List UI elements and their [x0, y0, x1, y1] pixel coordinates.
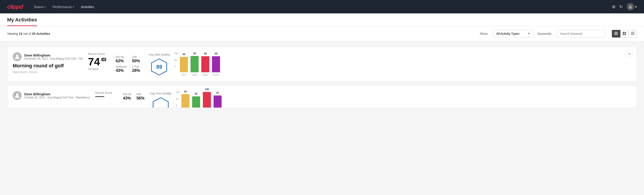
user-date: December 05, 2021 - Gog Magog Golf Club …: [24, 57, 82, 60]
fw-hit-stat: FW Hit 62%: [116, 56, 126, 63]
gir-stat-2: GIR 56%: [136, 93, 144, 100]
x-label-putt: PUTT: [213, 74, 219, 76]
svg-rect-5: [624, 32, 626, 33]
one-putt-label: 1 Putt: [132, 65, 143, 68]
score-placeholder: [95, 96, 104, 97]
page-header: My Activities: [0, 14, 644, 26]
bar-putt: 89 PUTT: [212, 52, 220, 76]
activity-card-2: Dave Billingham October 16, 2021 - Gog M…: [7, 86, 637, 108]
round-score-group: Round Score 74 +4 18 Holes: [88, 52, 110, 71]
user-menu[interactable]: ▾: [626, 3, 637, 10]
round-score-label: Round Score: [88, 52, 110, 56]
content: ✎ Dave Billingham December 05, 2021 - Go…: [0, 41, 644, 117]
compact-view-button[interactable]: [628, 30, 637, 38]
fw-hit-stat-2: FW Hit 43%: [123, 93, 131, 100]
add-button[interactable]: ⊕: [612, 4, 616, 9]
fw-hit-value-2: 43%: [123, 96, 131, 100]
svg-point-0: [630, 5, 631, 7]
avatar: [626, 3, 634, 10]
mini-stats-2: FW Hit 43% GIR 56%: [123, 93, 144, 100]
card-left: Dave Billingham December 05, 2021 - Gog …: [13, 52, 82, 74]
gir-label-2: GIR: [136, 93, 144, 96]
bar-ott-2: 94 OTT: [182, 91, 190, 108]
round-score-badge: +4: [101, 58, 106, 61]
user-row: Dave Billingham December 05, 2021 - Gog …: [13, 52, 82, 61]
mini-stats: FW Hit 62% GIR 50% Up/Down 43% 1 Putt 28…: [116, 56, 143, 73]
round-score-group-2: Round Score: [95, 91, 118, 97]
card-left-2: Dave Billingham October 16, 2021 - Gog M…: [13, 91, 90, 102]
one-putt-value: 28%: [132, 68, 143, 73]
bar-putt-2: 87 PUTT: [214, 91, 222, 108]
bar-arg: 89 ARG: [201, 52, 209, 76]
bar-label-ott: 85: [182, 53, 185, 56]
view-toggle: [612, 30, 637, 38]
user-date-2: October 16, 2021 - Gog Magog Golf Club -…: [24, 96, 90, 99]
bar-label-arg-2: 106: [205, 88, 209, 90]
viewing-text: Viewing 12 out of 29 Activities: [7, 32, 475, 36]
shot-quality-section: Avg Shot Quality 89 100 50 0: [148, 52, 631, 76]
x-label-app: APP: [192, 74, 197, 76]
svg-rect-9: [631, 33, 634, 33]
fw-hit-label-2: FW Hit: [123, 93, 131, 96]
page-title: My Activities: [7, 17, 37, 26]
svg-point-12: [16, 55, 18, 57]
activity-card: ✎ Dave Billingham December 05, 2021 - Go…: [7, 47, 637, 82]
bar-label-putt-2: 87: [216, 92, 219, 94]
user-info: Dave Billingham December 05, 2021 - Gog …: [24, 53, 82, 60]
y-axis-labels-2: 100 50 0: [176, 91, 180, 108]
list-view-button[interactable]: [612, 30, 620, 38]
svg-rect-7: [624, 34, 626, 35]
refresh-button[interactable]: ↻: [619, 4, 623, 9]
svg-rect-11: [631, 34, 634, 35]
round-score-value: 74 +4: [88, 56, 110, 67]
updown-label: Up/Down: [116, 65, 126, 68]
user-info-2: Dave Billingham October 16, 2021 - Gog M…: [24, 92, 90, 99]
chart-bars-2: 94 OTT 82 APP: [182, 91, 222, 108]
chevron-down-icon: ▾: [44, 6, 46, 8]
hex-value: 89: [156, 64, 162, 70]
updown-stat: Up/Down 43%: [116, 65, 126, 73]
navbar-right: ⊕ ↻ ▾: [612, 3, 637, 10]
user-row-2: Dave Billingham October 16, 2021 - Gog M…: [13, 91, 90, 100]
bar-label-app-2: 82: [195, 92, 198, 95]
gir-stat: GIR 50%: [132, 56, 143, 63]
bar-label-ott-2: 94: [184, 90, 187, 93]
bar-label-app: 90: [193, 52, 196, 55]
svg-rect-3: [614, 34, 618, 35]
bar-chart: 100 50 0 85 OTT: [174, 52, 220, 76]
svg-rect-2: [614, 33, 618, 34]
svg-point-14: [16, 94, 18, 96]
round-score-label-2: Round Score: [95, 91, 118, 94]
shot-quality-section-2: Avg Shot Quality 100 50 0: [150, 91, 631, 108]
x-label-ott: OTT: [182, 74, 186, 76]
activity-type-select[interactable]: All Activity Types: [493, 30, 533, 38]
hex-badge: 89: [150, 58, 168, 76]
nav-links: Teams ▾ Performance ▾ Activities: [31, 3, 97, 10]
navbar: clippd Teams ▾ Performance ▾ Activities …: [0, 0, 644, 14]
activity-title: Morning round of golf: [13, 63, 82, 69]
svg-rect-6: [623, 34, 624, 35]
bar-arg-2: 106 ARG: [203, 91, 211, 108]
bar-label-putt: 89: [215, 52, 217, 55]
bar-app: 90 APP: [190, 52, 198, 76]
chevron-down-icon: ▾: [73, 6, 74, 8]
holes-label: 18 Holes: [88, 68, 110, 71]
logo: clippd: [7, 3, 23, 10]
svg-rect-4: [623, 32, 624, 33]
nav-performance[interactable]: Performance ▾: [50, 3, 76, 10]
user-name-2: Dave Billingham: [24, 92, 90, 96]
gir-value-2: 56%: [136, 96, 144, 100]
svg-rect-10: [631, 34, 634, 34]
shot-quality-title: Avg Shot Quality: [148, 53, 170, 56]
show-label: Show:: [480, 32, 488, 36]
grid-view-button[interactable]: [620, 30, 628, 38]
bar-chart-2: 100 50 0 94 OTT: [176, 91, 222, 108]
search-input[interactable]: [556, 30, 606, 38]
nav-activities[interactable]: Activities: [78, 3, 97, 10]
chevron-down-icon: ▾: [635, 5, 637, 9]
bar-app-2: 82 APP: [192, 91, 200, 108]
hex-container-2: Avg Shot Quality: [150, 92, 172, 108]
gir-label: GIR: [132, 56, 143, 59]
edit-button[interactable]: ✎: [626, 50, 633, 58]
nav-teams[interactable]: Teams ▾: [31, 3, 48, 10]
